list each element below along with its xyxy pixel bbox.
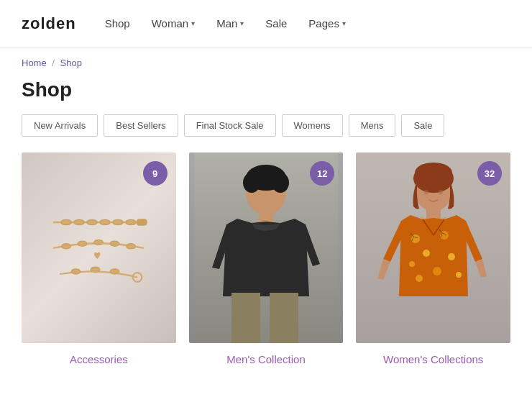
logo[interactable]: zolden	[22, 14, 76, 33]
filter-tab-final-stock[interactable]: Final Stock Sale	[184, 114, 276, 137]
svg-point-34	[423, 250, 430, 257]
filter-tabs: New Arrivals Best Sellers Final Stock Sa…	[0, 114, 532, 152]
product-card-womens[interactable]: 32 Women's Collections	[356, 152, 510, 365]
filter-tab-new-arrivals[interactable]: New Arrivals	[22, 114, 98, 137]
product-name-womens: Women's Collections	[383, 353, 483, 365]
svg-point-15	[111, 268, 120, 273]
svg-point-12	[127, 243, 136, 248]
chevron-down-icon: ▾	[240, 19, 244, 27]
svg-point-6	[126, 219, 136, 224]
main-nav: Shop Woman ▾ Man ▾ Sale Pages ▾	[105, 17, 346, 29]
svg-rect-24	[270, 293, 298, 343]
breadcrumb-home[interactable]: Home	[22, 58, 47, 68]
filter-tab-sale[interactable]: Sale	[401, 114, 444, 137]
product-name-accessories: Accessories	[70, 353, 128, 365]
product-image-wrapper: 9	[22, 152, 176, 343]
header: zolden Shop Woman ▾ Man ▾ Sale Pages ▾	[0, 0, 532, 47]
nav-shop[interactable]: Shop	[105, 17, 130, 29]
filter-tab-mens[interactable]: Mens	[349, 114, 396, 137]
product-badge-womens: 32	[477, 161, 502, 186]
product-image-wrapper-womens: 32	[356, 152, 510, 343]
page-title: Shop	[0, 78, 532, 114]
product-card-accessories[interactable]: 9 Accessories	[22, 152, 176, 365]
nav-pages[interactable]: Pages ▾	[308, 17, 346, 29]
breadcrumb-separator: /	[52, 58, 55, 68]
svg-point-13	[72, 268, 81, 273]
nav-man[interactable]: Man ▾	[216, 17, 244, 29]
svg-point-38	[433, 267, 441, 275]
product-name-mens: Men's Collection	[226, 353, 306, 365]
chevron-down-icon: ▾	[342, 19, 346, 27]
product-grid: 9 Accessories	[0, 152, 532, 387]
svg-point-39	[456, 272, 462, 278]
nav-woman[interactable]: Woman ▾	[152, 17, 195, 29]
filter-tab-womens[interactable]: Womens	[282, 114, 343, 137]
svg-point-20	[243, 173, 260, 193]
product-image-wrapper-mens: 12	[189, 152, 344, 343]
svg-point-10	[94, 240, 104, 245]
svg-point-40	[416, 275, 423, 282]
svg-point-29	[424, 190, 428, 195]
filter-tab-best-sellers[interactable]: Best Sellers	[104, 114, 178, 137]
svg-point-4	[100, 219, 110, 224]
accessories-svg	[34, 183, 163, 313]
chevron-down-icon: ▾	[191, 19, 195, 27]
svg-point-36	[448, 253, 455, 260]
svg-point-14	[91, 267, 101, 272]
svg-point-21	[272, 173, 289, 193]
nav-sale[interactable]: Sale	[265, 17, 287, 29]
svg-point-37	[409, 261, 415, 267]
svg-point-9	[78, 241, 88, 246]
svg-point-30	[439, 190, 443, 195]
product-badge-accessories: 9	[143, 161, 168, 186]
svg-point-2	[74, 219, 84, 224]
breadcrumb-current: Shop	[60, 58, 82, 68]
svg-point-1	[61, 219, 71, 224]
svg-rect-23	[231, 293, 260, 343]
svg-rect-7	[137, 219, 147, 224]
product-card-mens[interactable]: 12 Men's Collection	[189, 152, 344, 365]
svg-point-8	[62, 243, 71, 248]
svg-point-5	[113, 219, 123, 224]
svg-point-11	[111, 241, 120, 246]
svg-point-28	[415, 163, 452, 183]
breadcrumb: Home / Shop	[0, 47, 532, 78]
svg-point-3	[87, 219, 97, 224]
